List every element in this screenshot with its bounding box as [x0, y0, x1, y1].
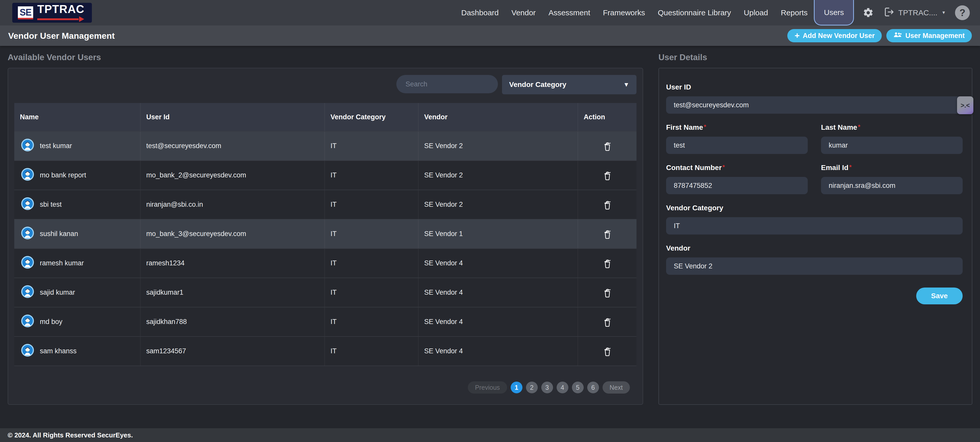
- app-root: SE TPTRAC Dashboard Vendor Assessment Fr…: [0, 0, 980, 442]
- row-user-id: sajidkhan788: [140, 307, 325, 336]
- row-vendor: SE Vendor 4: [418, 278, 578, 307]
- user-avatar-icon: [21, 256, 34, 271]
- search-input[interactable]: [396, 75, 498, 93]
- delete-trash-icon[interactable]: [603, 287, 612, 298]
- table-row[interactable]: sajid kumar sajidkumar1 IT SE Vendor 4: [14, 277, 636, 307]
- footer: © 2024. All Rights Reserved SecurEyes.: [0, 428, 980, 442]
- last-name-input[interactable]: [821, 136, 963, 154]
- row-user-name: sajid kumar: [40, 288, 75, 296]
- row-vendor: SE Vendor 2: [418, 131, 578, 160]
- extension-overlay-badge[interactable]: >.<: [957, 97, 974, 114]
- logo-se-mark: SE: [18, 6, 33, 19]
- contact-number-input[interactable]: [666, 177, 808, 194]
- first-name-input[interactable]: [666, 136, 808, 154]
- row-vendor: SE Vendor 4: [418, 307, 578, 336]
- vendor-category-input[interactable]: [666, 217, 963, 234]
- main-nav: Dashboard Vendor Assessment Frameworks Q…: [455, 0, 854, 25]
- nav-item-questionnaire-library[interactable]: Questionnaire Library: [652, 0, 738, 25]
- required-asterisk: *: [704, 124, 706, 130]
- user-avatar-icon: [21, 168, 34, 183]
- row-user-name: mo bank report: [40, 171, 86, 179]
- table-toolbar: Vendor Category ▼: [14, 75, 636, 94]
- chevron-down-icon: ▼: [942, 10, 946, 15]
- pagination-previous-button[interactable]: Previous: [468, 381, 507, 394]
- table-header-row: Name User Id Vendor Category Vendor Acti…: [14, 103, 636, 131]
- email-id-field: Email Id*: [821, 164, 963, 194]
- email-id-input[interactable]: [821, 177, 963, 194]
- column-header-name[interactable]: Name: [14, 103, 140, 131]
- title-bar: Vendor User Management + Add New Vendor …: [0, 25, 980, 46]
- nav-item-dashboard[interactable]: Dashboard: [455, 0, 505, 25]
- vendor-category-field: Vendor Category: [666, 204, 963, 234]
- user-avatar-icon: [21, 197, 34, 212]
- pagination-page-4[interactable]: 4: [557, 382, 568, 393]
- user-details-heading: User Details: [659, 52, 972, 62]
- column-header-action: Action: [578, 103, 636, 131]
- table-row[interactable]: md boy sajidkhan788 IT SE Vendor 4: [14, 307, 636, 336]
- row-vendor-category: IT: [325, 337, 418, 366]
- delete-trash-icon[interactable]: [603, 257, 612, 269]
- vendor-field: Vendor: [666, 244, 963, 275]
- pagination-page-2[interactable]: 2: [526, 382, 538, 393]
- user-avatar-icon: [21, 344, 34, 359]
- page-title: Vendor User Management: [8, 31, 115, 41]
- table-row[interactable]: sushil kanan mo_bank_3@secureyesdev.com …: [14, 219, 636, 248]
- nav-item-frameworks[interactable]: Frameworks: [597, 0, 652, 25]
- table-row[interactable]: mo bank report mo_bank_2@secureyesdev.co…: [14, 160, 636, 190]
- user-avatar-icon: [21, 314, 34, 330]
- row-vendor-category: IT: [325, 161, 418, 190]
- row-user-name: ramesh kumar: [40, 259, 84, 267]
- user-id-field: User ID >.<: [666, 83, 963, 114]
- delete-trash-icon[interactable]: [603, 345, 612, 357]
- vendor-category-filter[interactable]: Vendor Category ▼: [502, 75, 636, 94]
- last-name-field: Last Name*: [821, 124, 963, 154]
- row-vendor-category: IT: [325, 190, 418, 219]
- required-asterisk: *: [849, 164, 851, 171]
- table-row[interactable]: ramesh kumar ramesh1234 IT SE Vendor 4: [14, 248, 636, 277]
- column-header-vendor[interactable]: Vendor: [418, 103, 578, 131]
- top-nav: SE TPTRAC Dashboard Vendor Assessment Fr…: [0, 0, 980, 25]
- brand-logo[interactable]: SE TPTRAC: [12, 3, 92, 23]
- contact-number-field: Contact Number*: [666, 164, 808, 194]
- user-avatar-icon: [21, 227, 34, 241]
- pagination-page-5[interactable]: 5: [572, 382, 584, 393]
- table-row[interactable]: sam khanss sam1234567 IT SE Vendor 4: [14, 336, 636, 366]
- row-vendor: SE Vendor 2: [418, 190, 578, 219]
- delete-trash-icon[interactable]: [603, 170, 612, 181]
- row-user-id: sam1234567: [140, 337, 325, 366]
- vendor-input[interactable]: [666, 257, 963, 275]
- column-header-vendor-category[interactable]: Vendor Category: [325, 103, 418, 131]
- add-new-vendor-user-button[interactable]: + Add New Vendor User: [788, 29, 882, 42]
- row-vendor-category: IT: [325, 249, 418, 277]
- nav-item-upload[interactable]: Upload: [737, 0, 774, 25]
- vendor-users-section: Available Vendor Users Vendor Category ▼…: [8, 46, 643, 405]
- first-name-field: First Name*: [666, 124, 808, 154]
- pagination-page-6[interactable]: 6: [587, 382, 599, 393]
- save-button[interactable]: Save: [916, 288, 963, 304]
- row-user-id: test@secureyesdev.com: [140, 131, 325, 160]
- row-vendor: SE Vendor 4: [418, 249, 578, 277]
- delete-trash-icon[interactable]: [603, 228, 612, 240]
- nav-item-users[interactable]: Users: [814, 0, 854, 25]
- nav-item-vendor[interactable]: Vendor: [505, 0, 542, 25]
- nav-item-reports[interactable]: Reports: [774, 0, 814, 25]
- user-management-button[interactable]: User Management: [886, 29, 972, 42]
- account-menu[interactable]: TPTRAC.... ▼: [883, 6, 946, 20]
- delete-trash-icon[interactable]: [603, 140, 612, 152]
- pagination-next-button[interactable]: Next: [603, 381, 630, 394]
- pagination-page-1[interactable]: 1: [511, 382, 522, 393]
- delete-trash-icon[interactable]: [603, 199, 612, 211]
- help-icon[interactable]: ?: [955, 5, 970, 20]
- user-avatar-icon: [21, 138, 34, 154]
- row-user-id: ramesh1234: [140, 249, 325, 277]
- user-avatar-icon: [21, 285, 34, 300]
- row-user-name: sam khanss: [40, 347, 76, 355]
- delete-trash-icon[interactable]: [603, 316, 612, 328]
- settings-gear-icon[interactable]: [862, 7, 874, 18]
- user-id-input[interactable]: [666, 97, 963, 114]
- table-row[interactable]: sbi test niranjan@sbi.co.in IT SE Vendor…: [14, 190, 636, 219]
- table-row[interactable]: test kumar test@secureyesdev.com IT SE V…: [14, 131, 636, 160]
- column-header-user-id[interactable]: User Id: [140, 103, 325, 131]
- pagination-page-3[interactable]: 3: [541, 382, 553, 393]
- nav-item-assessment[interactable]: Assessment: [542, 0, 597, 25]
